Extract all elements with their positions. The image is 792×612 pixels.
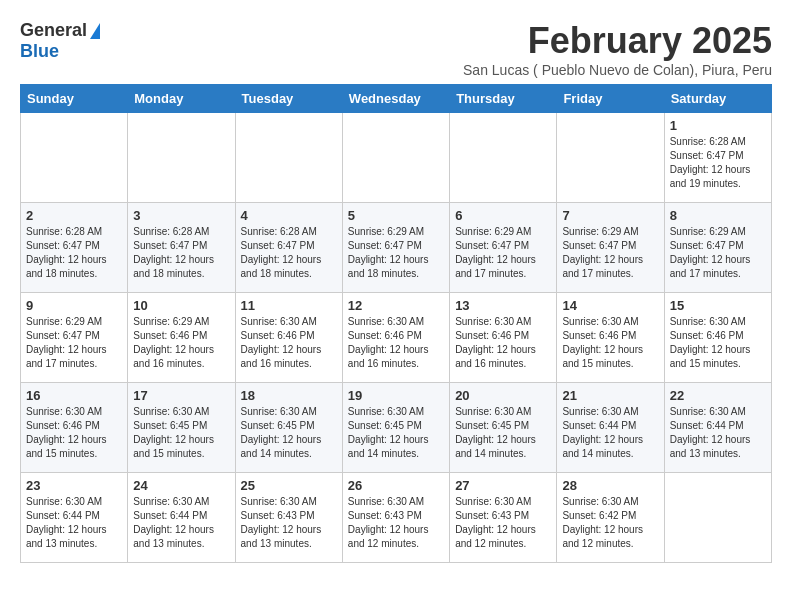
day-number: 22	[670, 388, 766, 403]
day-number: 10	[133, 298, 229, 313]
day-number: 28	[562, 478, 658, 493]
day-number: 25	[241, 478, 337, 493]
weekday-header-thursday: Thursday	[450, 85, 557, 113]
day-info: Sunrise: 6:29 AM Sunset: 6:47 PM Dayligh…	[348, 225, 444, 281]
day-info: Sunrise: 6:30 AM Sunset: 6:45 PM Dayligh…	[133, 405, 229, 461]
day-number: 27	[455, 478, 551, 493]
calendar-cell: 22Sunrise: 6:30 AM Sunset: 6:44 PM Dayli…	[664, 383, 771, 473]
day-info: Sunrise: 6:29 AM Sunset: 6:46 PM Dayligh…	[133, 315, 229, 371]
day-number: 3	[133, 208, 229, 223]
calendar-cell: 19Sunrise: 6:30 AM Sunset: 6:45 PM Dayli…	[342, 383, 449, 473]
day-info: Sunrise: 6:30 AM Sunset: 6:44 PM Dayligh…	[133, 495, 229, 551]
day-number: 2	[26, 208, 122, 223]
day-info: Sunrise: 6:30 AM Sunset: 6:46 PM Dayligh…	[670, 315, 766, 371]
day-number: 24	[133, 478, 229, 493]
day-number: 1	[670, 118, 766, 133]
calendar-cell: 16Sunrise: 6:30 AM Sunset: 6:46 PM Dayli…	[21, 383, 128, 473]
day-number: 16	[26, 388, 122, 403]
calendar-header-row: SundayMondayTuesdayWednesdayThursdayFrid…	[21, 85, 772, 113]
calendar-cell: 3Sunrise: 6:28 AM Sunset: 6:47 PM Daylig…	[128, 203, 235, 293]
day-number: 18	[241, 388, 337, 403]
calendar-cell: 5Sunrise: 6:29 AM Sunset: 6:47 PM Daylig…	[342, 203, 449, 293]
calendar-cell	[557, 113, 664, 203]
day-number: 4	[241, 208, 337, 223]
calendar-cell: 18Sunrise: 6:30 AM Sunset: 6:45 PM Dayli…	[235, 383, 342, 473]
day-info: Sunrise: 6:30 AM Sunset: 6:42 PM Dayligh…	[562, 495, 658, 551]
day-number: 5	[348, 208, 444, 223]
calendar-cell: 1Sunrise: 6:28 AM Sunset: 6:47 PM Daylig…	[664, 113, 771, 203]
day-info: Sunrise: 6:30 AM Sunset: 6:45 PM Dayligh…	[455, 405, 551, 461]
day-info: Sunrise: 6:28 AM Sunset: 6:47 PM Dayligh…	[133, 225, 229, 281]
logo: General Blue	[20, 20, 100, 62]
day-number: 6	[455, 208, 551, 223]
calendar-cell: 6Sunrise: 6:29 AM Sunset: 6:47 PM Daylig…	[450, 203, 557, 293]
logo-blue-text: Blue	[20, 41, 59, 62]
day-info: Sunrise: 6:30 AM Sunset: 6:45 PM Dayligh…	[241, 405, 337, 461]
day-info: Sunrise: 6:29 AM Sunset: 6:47 PM Dayligh…	[562, 225, 658, 281]
calendar-week-3: 9Sunrise: 6:29 AM Sunset: 6:47 PM Daylig…	[21, 293, 772, 383]
day-number: 20	[455, 388, 551, 403]
calendar-cell	[235, 113, 342, 203]
day-info: Sunrise: 6:30 AM Sunset: 6:43 PM Dayligh…	[348, 495, 444, 551]
calendar-cell: 10Sunrise: 6:29 AM Sunset: 6:46 PM Dayli…	[128, 293, 235, 383]
day-info: Sunrise: 6:30 AM Sunset: 6:45 PM Dayligh…	[348, 405, 444, 461]
calendar-cell: 27Sunrise: 6:30 AM Sunset: 6:43 PM Dayli…	[450, 473, 557, 563]
location-subtitle: San Lucas ( Pueblo Nuevo de Colan), Piur…	[463, 62, 772, 78]
calendar-week-5: 23Sunrise: 6:30 AM Sunset: 6:44 PM Dayli…	[21, 473, 772, 563]
day-number: 14	[562, 298, 658, 313]
calendar-cell	[128, 113, 235, 203]
calendar-table: SundayMondayTuesdayWednesdayThursdayFrid…	[20, 84, 772, 563]
day-info: Sunrise: 6:30 AM Sunset: 6:46 PM Dayligh…	[241, 315, 337, 371]
day-number: 8	[670, 208, 766, 223]
day-info: Sunrise: 6:30 AM Sunset: 6:46 PM Dayligh…	[26, 405, 122, 461]
calendar-cell: 20Sunrise: 6:30 AM Sunset: 6:45 PM Dayli…	[450, 383, 557, 473]
day-number: 23	[26, 478, 122, 493]
month-title: February 2025	[463, 20, 772, 62]
day-info: Sunrise: 6:30 AM Sunset: 6:46 PM Dayligh…	[455, 315, 551, 371]
day-info: Sunrise: 6:29 AM Sunset: 6:47 PM Dayligh…	[26, 315, 122, 371]
day-info: Sunrise: 6:30 AM Sunset: 6:46 PM Dayligh…	[348, 315, 444, 371]
day-number: 13	[455, 298, 551, 313]
calendar-cell: 2Sunrise: 6:28 AM Sunset: 6:47 PM Daylig…	[21, 203, 128, 293]
day-number: 21	[562, 388, 658, 403]
calendar-cell: 13Sunrise: 6:30 AM Sunset: 6:46 PM Dayli…	[450, 293, 557, 383]
day-number: 12	[348, 298, 444, 313]
calendar-cell: 11Sunrise: 6:30 AM Sunset: 6:46 PM Dayli…	[235, 293, 342, 383]
day-number: 15	[670, 298, 766, 313]
calendar-week-1: 1Sunrise: 6:28 AM Sunset: 6:47 PM Daylig…	[21, 113, 772, 203]
logo-general-text: General	[20, 20, 87, 41]
calendar-week-4: 16Sunrise: 6:30 AM Sunset: 6:46 PM Dayli…	[21, 383, 772, 473]
day-info: Sunrise: 6:29 AM Sunset: 6:47 PM Dayligh…	[670, 225, 766, 281]
weekday-header-saturday: Saturday	[664, 85, 771, 113]
logo-triangle-icon	[90, 23, 100, 39]
day-number: 11	[241, 298, 337, 313]
day-info: Sunrise: 6:30 AM Sunset: 6:44 PM Dayligh…	[670, 405, 766, 461]
calendar-cell: 28Sunrise: 6:30 AM Sunset: 6:42 PM Dayli…	[557, 473, 664, 563]
day-info: Sunrise: 6:28 AM Sunset: 6:47 PM Dayligh…	[241, 225, 337, 281]
calendar-cell: 4Sunrise: 6:28 AM Sunset: 6:47 PM Daylig…	[235, 203, 342, 293]
calendar-cell: 12Sunrise: 6:30 AM Sunset: 6:46 PM Dayli…	[342, 293, 449, 383]
day-info: Sunrise: 6:30 AM Sunset: 6:43 PM Dayligh…	[241, 495, 337, 551]
weekday-header-friday: Friday	[557, 85, 664, 113]
weekday-header-sunday: Sunday	[21, 85, 128, 113]
weekday-header-wednesday: Wednesday	[342, 85, 449, 113]
calendar-cell: 9Sunrise: 6:29 AM Sunset: 6:47 PM Daylig…	[21, 293, 128, 383]
day-number: 19	[348, 388, 444, 403]
title-area: February 2025 San Lucas ( Pueblo Nuevo d…	[463, 20, 772, 78]
day-info: Sunrise: 6:30 AM Sunset: 6:44 PM Dayligh…	[562, 405, 658, 461]
day-number: 17	[133, 388, 229, 403]
calendar-cell: 21Sunrise: 6:30 AM Sunset: 6:44 PM Dayli…	[557, 383, 664, 473]
calendar-cell: 8Sunrise: 6:29 AM Sunset: 6:47 PM Daylig…	[664, 203, 771, 293]
day-info: Sunrise: 6:29 AM Sunset: 6:47 PM Dayligh…	[455, 225, 551, 281]
calendar-cell: 7Sunrise: 6:29 AM Sunset: 6:47 PM Daylig…	[557, 203, 664, 293]
calendar-cell: 25Sunrise: 6:30 AM Sunset: 6:43 PM Dayli…	[235, 473, 342, 563]
day-info: Sunrise: 6:30 AM Sunset: 6:43 PM Dayligh…	[455, 495, 551, 551]
calendar-cell	[664, 473, 771, 563]
day-number: 7	[562, 208, 658, 223]
calendar-cell	[21, 113, 128, 203]
calendar-cell	[450, 113, 557, 203]
calendar-cell: 17Sunrise: 6:30 AM Sunset: 6:45 PM Dayli…	[128, 383, 235, 473]
day-number: 26	[348, 478, 444, 493]
calendar-cell	[342, 113, 449, 203]
day-info: Sunrise: 6:28 AM Sunset: 6:47 PM Dayligh…	[670, 135, 766, 191]
